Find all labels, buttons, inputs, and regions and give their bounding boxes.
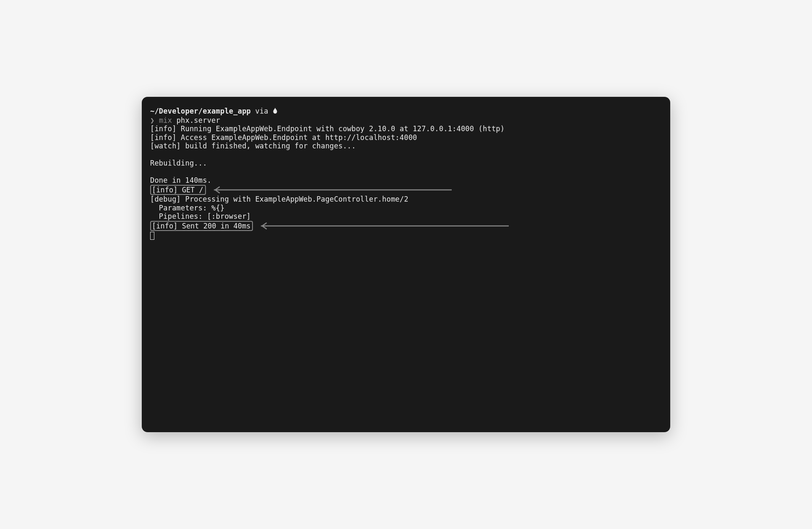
log-line: Parameters: %{}: [150, 204, 662, 213]
log-line: [info] Running ExampleAppWeb.Endpoint wi…: [150, 124, 662, 133]
highlighted-line-2: [info] Sent 200 in 40ms: [150, 221, 662, 231]
blank-line: [150, 150, 662, 159]
terminal-window[interactable]: ~/Developer/example_app via ❯ mix phx.se…: [142, 97, 670, 432]
log-line: [info] Access ExampleAppWeb.Endpoint at …: [150, 133, 662, 142]
cursor-line: [150, 231, 662, 241]
cmd-text: phx.server: [177, 116, 220, 124]
log-line: Pipelines: [:browser]: [150, 212, 662, 221]
prompt-char: ❯: [150, 116, 159, 124]
log-line: Rebuilding...: [150, 159, 662, 168]
blank-line: [150, 168, 662, 176]
cmd-dim: mix: [159, 116, 177, 124]
elixir-drop-icon: [273, 107, 278, 116]
prompt-path: ~/Developer/example_app: [150, 107, 251, 115]
prompt-line: ~/Developer/example_app via: [150, 107, 662, 116]
command-line: ❯ mix phx.server: [150, 116, 662, 125]
arrow-annotation: [208, 186, 452, 194]
highlighted-line-1: [info] GET /: [150, 185, 662, 195]
cursor: [150, 232, 154, 240]
highlight-text: [info] GET /: [152, 186, 203, 194]
arrow-annotation: [255, 222, 509, 230]
highlight-box: [info] Sent 200 in 40ms: [150, 221, 253, 231]
log-line: Done in 140ms.: [150, 176, 662, 185]
log-line: [watch] build finished, watching for cha…: [150, 142, 662, 150]
highlight-box: [info] GET /: [150, 185, 206, 195]
prompt-via: via: [251, 107, 273, 115]
log-line: [debug] Processing with ExampleAppWeb.Pa…: [150, 195, 662, 204]
highlight-text: [info] Sent 200 in 40ms: [152, 222, 250, 230]
